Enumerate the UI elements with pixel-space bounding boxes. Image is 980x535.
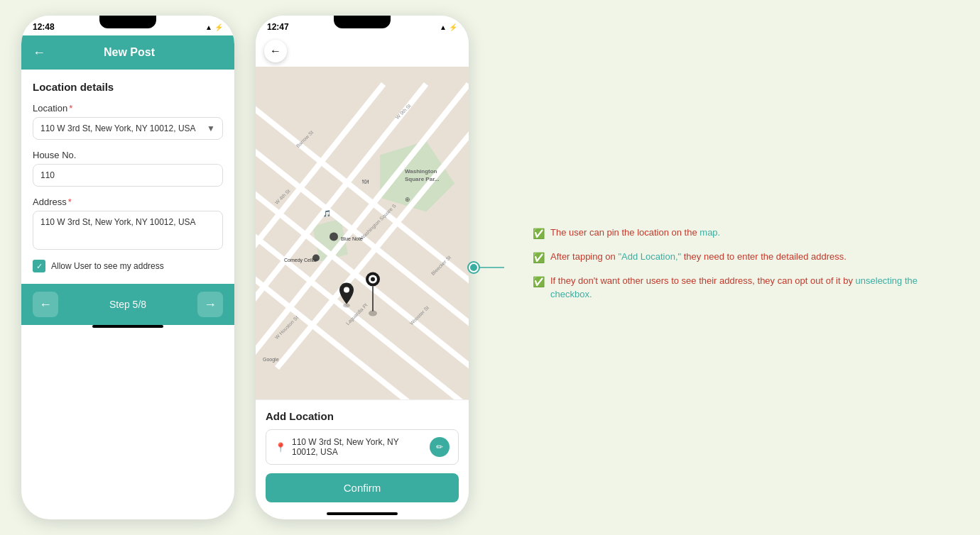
left-phone: 12:48 ▲ ⚡ ← New Post Location details Lo… <box>21 16 234 519</box>
app-footer: ← Step 5/8 → <box>21 284 234 325</box>
map-svg: Barrow St W 9th St W 4th St Washington S… <box>256 67 469 399</box>
home-indicator <box>92 325 163 328</box>
back-nav-button[interactable]: ← <box>33 292 58 317</box>
house-no-input[interactable]: 110 <box>33 164 223 187</box>
annotation-text-1: The user can pin the location on the map… <box>550 226 720 240</box>
check-icon-1: ✅ <box>533 226 545 241</box>
right-battery-icon: ⚡ <box>449 23 457 31</box>
location-address-value: 110 W 3rd St, New York, NY 10012, USA <box>292 437 424 457</box>
svg-text:Square Par...: Square Par... <box>405 176 439 182</box>
right-status-icons: ▲ ⚡ <box>440 23 457 31</box>
annotation-item-3: ✅ If they don't want other users to see … <box>533 274 930 302</box>
address-field-group: Address * 110 W 3rd St, New York, NY 100… <box>33 197 223 250</box>
address-required-star: * <box>68 197 72 207</box>
back-button[interactable]: ← <box>33 45 45 60</box>
right-notch <box>334 16 391 28</box>
allow-address-label: Allow User to see my address <box>51 261 164 271</box>
add-location-panel: Add Location 📍 110 W 3rd St, New York, N… <box>256 399 469 512</box>
svg-text:🎵: 🎵 <box>323 209 332 218</box>
map-area[interactable]: Barrow St W 9th St W 4th St Washington S… <box>256 67 469 399</box>
location-field-group: Location * 110 W 3rd St, New York, NY 10… <box>33 103 223 140</box>
wifi-icon: ▲ <box>205 23 212 31</box>
svg-text:Blue Note: Blue Note <box>341 236 363 241</box>
right-phone: 12:47 ▲ ⚡ ← <box>256 16 469 519</box>
location-dropdown[interactable]: 110 W 3rd St, New York, NY 10012, USA ▼ <box>33 117 223 140</box>
allow-address-checkbox-row[interactable]: Allow User to see my address <box>33 260 223 272</box>
step-label: Step 5/8 <box>109 299 146 310</box>
location-value: 110 W 3rd St, New York, NY 10012, USA <box>40 123 196 133</box>
address-value: 110 W 3rd St, New York, NY 10012, USA <box>40 217 196 227</box>
app-header: ← New Post <box>21 35 234 70</box>
app-content: Location details Location * 110 W 3rd St… <box>21 70 234 284</box>
check-icon-3: ✅ <box>533 275 545 289</box>
check-icon-2: ✅ <box>533 250 545 265</box>
location-pin-icon: 📍 <box>275 442 286 453</box>
house-no-label: House No. <box>33 150 223 160</box>
svg-text:Google: Google <box>263 357 279 363</box>
location-input-row[interactable]: 📍 110 W 3rd St, New York, NY 10012, USA … <box>266 429 459 465</box>
svg-point-27 <box>344 287 349 293</box>
annotation-area: ✅ The user can pin the location on the m… <box>469 211 959 324</box>
status-icons: ▲ ⚡ <box>205 23 223 31</box>
svg-point-22 <box>330 233 338 241</box>
house-no-value: 110 <box>40 170 55 180</box>
svg-point-28 <box>369 311 377 316</box>
svg-text:🍽: 🍽 <box>362 178 369 185</box>
edit-address-button[interactable]: ✏ <box>430 437 450 457</box>
location-label: Location * <box>33 103 223 114</box>
annotation-text-2: After tapping on "Add Location," they ne… <box>550 250 846 264</box>
page-title: New Post <box>53 46 206 59</box>
svg-point-32 <box>371 277 375 282</box>
annotation-bullets: ✅ The user can pin the location on the m… <box>497 226 930 310</box>
annotation-text-3: If they don't want other users to see th… <box>550 274 930 302</box>
section-title: Location details <box>33 81 223 93</box>
left-phone-notch: 12:48 ▲ ⚡ <box>21 16 234 35</box>
address-textarea[interactable]: 110 W 3rd St, New York, NY 10012, USA <box>33 211 223 250</box>
right-phone-notch: 12:47 ▲ ⚡ <box>256 16 469 35</box>
chevron-down-icon: ▼ <box>207 123 215 133</box>
notch <box>99 16 156 28</box>
map-back-button[interactable]: ← <box>264 40 287 62</box>
right-wifi-icon: ▲ <box>440 23 447 31</box>
right-home-indicator <box>327 512 398 515</box>
annotation-dot <box>469 263 479 272</box>
annotation-item-1: ✅ The user can pin the location on the m… <box>533 226 930 241</box>
add-location-title: Add Location <box>266 410 459 422</box>
svg-text:Comedy Cellar: Comedy Cellar <box>284 258 317 263</box>
required-star: * <box>69 103 72 114</box>
confirm-button[interactable]: Confirm <box>266 473 459 502</box>
left-phone-time: 12:48 <box>33 22 55 32</box>
next-nav-button[interactable]: → <box>197 292 223 317</box>
right-phone-time: 12:47 <box>267 22 289 32</box>
annotation-item-2: ✅ After tapping on "Add Location," they … <box>533 250 930 265</box>
svg-text:⊕: ⊕ <box>405 196 410 203</box>
svg-text:Washington: Washington <box>405 168 437 175</box>
house-no-field-group: House No. 110 <box>33 150 223 187</box>
address-label: Address * <box>33 197 223 207</box>
battery-icon: ⚡ <box>214 23 223 31</box>
allow-address-checkbox[interactable] <box>33 260 45 272</box>
